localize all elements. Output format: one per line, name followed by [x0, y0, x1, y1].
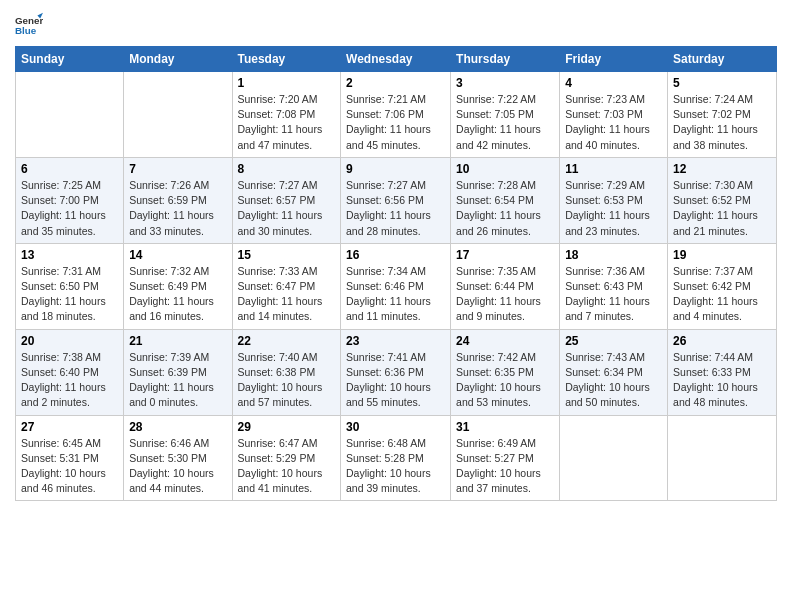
day-number: 26 [673, 334, 771, 348]
calendar-cell [560, 415, 668, 501]
header-cell-saturday: Saturday [668, 47, 777, 72]
day-number: 10 [456, 162, 554, 176]
day-number: 14 [129, 248, 226, 262]
day-info: Sunrise: 7:36 AMSunset: 6:43 PMDaylight:… [565, 264, 662, 325]
day-number: 9 [346, 162, 445, 176]
day-number: 22 [238, 334, 336, 348]
header-cell-friday: Friday [560, 47, 668, 72]
calendar-cell: 13Sunrise: 7:31 AMSunset: 6:50 PMDayligh… [16, 243, 124, 329]
calendar-cell: 6Sunrise: 7:25 AMSunset: 7:00 PMDaylight… [16, 157, 124, 243]
day-info: Sunrise: 7:30 AMSunset: 6:52 PMDaylight:… [673, 178, 771, 239]
calendar-cell: 19Sunrise: 7:37 AMSunset: 6:42 PMDayligh… [668, 243, 777, 329]
calendar-cell: 20Sunrise: 7:38 AMSunset: 6:40 PMDayligh… [16, 329, 124, 415]
week-row-5: 27Sunrise: 6:45 AMSunset: 5:31 PMDayligh… [16, 415, 777, 501]
header-cell-thursday: Thursday [451, 47, 560, 72]
calendar-cell: 23Sunrise: 7:41 AMSunset: 6:36 PMDayligh… [341, 329, 451, 415]
day-info: Sunrise: 7:42 AMSunset: 6:35 PMDaylight:… [456, 350, 554, 411]
day-number: 8 [238, 162, 336, 176]
calendar-cell: 15Sunrise: 7:33 AMSunset: 6:47 PMDayligh… [232, 243, 341, 329]
day-number: 25 [565, 334, 662, 348]
calendar-cell: 22Sunrise: 7:40 AMSunset: 6:38 PMDayligh… [232, 329, 341, 415]
day-info: Sunrise: 6:48 AMSunset: 5:28 PMDaylight:… [346, 436, 445, 497]
calendar-cell: 10Sunrise: 7:28 AMSunset: 6:54 PMDayligh… [451, 157, 560, 243]
day-number: 6 [21, 162, 118, 176]
day-number: 3 [456, 76, 554, 90]
day-number: 5 [673, 76, 771, 90]
calendar-cell: 4Sunrise: 7:23 AMSunset: 7:03 PMDaylight… [560, 72, 668, 158]
day-number: 16 [346, 248, 445, 262]
day-info: Sunrise: 7:32 AMSunset: 6:49 PMDaylight:… [129, 264, 226, 325]
day-info: Sunrise: 7:21 AMSunset: 7:06 PMDaylight:… [346, 92, 445, 153]
calendar-cell: 16Sunrise: 7:34 AMSunset: 6:46 PMDayligh… [341, 243, 451, 329]
calendar-cell [668, 415, 777, 501]
day-number: 21 [129, 334, 226, 348]
day-info: Sunrise: 7:27 AMSunset: 6:57 PMDaylight:… [238, 178, 336, 239]
calendar-cell: 27Sunrise: 6:45 AMSunset: 5:31 PMDayligh… [16, 415, 124, 501]
day-info: Sunrise: 7:29 AMSunset: 6:53 PMDaylight:… [565, 178, 662, 239]
calendar-cell: 24Sunrise: 7:42 AMSunset: 6:35 PMDayligh… [451, 329, 560, 415]
day-info: Sunrise: 7:38 AMSunset: 6:40 PMDaylight:… [21, 350, 118, 411]
day-number: 20 [21, 334, 118, 348]
calendar-cell: 30Sunrise: 6:48 AMSunset: 5:28 PMDayligh… [341, 415, 451, 501]
calendar-header-row: SundayMondayTuesdayWednesdayThursdayFrid… [16, 47, 777, 72]
day-info: Sunrise: 7:27 AMSunset: 6:56 PMDaylight:… [346, 178, 445, 239]
day-info: Sunrise: 7:37 AMSunset: 6:42 PMDaylight:… [673, 264, 771, 325]
day-info: Sunrise: 7:22 AMSunset: 7:05 PMDaylight:… [456, 92, 554, 153]
day-info: Sunrise: 7:28 AMSunset: 6:54 PMDaylight:… [456, 178, 554, 239]
logo: General Blue [15, 10, 47, 38]
day-info: Sunrise: 7:26 AMSunset: 6:59 PMDaylight:… [129, 178, 226, 239]
day-number: 29 [238, 420, 336, 434]
day-info: Sunrise: 7:23 AMSunset: 7:03 PMDaylight:… [565, 92, 662, 153]
logo-icon: General Blue [15, 10, 43, 38]
day-number: 2 [346, 76, 445, 90]
day-number: 30 [346, 420, 445, 434]
calendar-cell: 17Sunrise: 7:35 AMSunset: 6:44 PMDayligh… [451, 243, 560, 329]
header-cell-sunday: Sunday [16, 47, 124, 72]
calendar-cell [16, 72, 124, 158]
day-info: Sunrise: 6:47 AMSunset: 5:29 PMDaylight:… [238, 436, 336, 497]
calendar-cell: 28Sunrise: 6:46 AMSunset: 5:30 PMDayligh… [124, 415, 232, 501]
day-info: Sunrise: 7:33 AMSunset: 6:47 PMDaylight:… [238, 264, 336, 325]
calendar-cell: 11Sunrise: 7:29 AMSunset: 6:53 PMDayligh… [560, 157, 668, 243]
day-number: 7 [129, 162, 226, 176]
day-info: Sunrise: 7:31 AMSunset: 6:50 PMDaylight:… [21, 264, 118, 325]
calendar-cell: 3Sunrise: 7:22 AMSunset: 7:05 PMDaylight… [451, 72, 560, 158]
day-number: 24 [456, 334, 554, 348]
week-row-1: 1Sunrise: 7:20 AMSunset: 7:08 PMDaylight… [16, 72, 777, 158]
calendar-cell: 21Sunrise: 7:39 AMSunset: 6:39 PMDayligh… [124, 329, 232, 415]
week-row-4: 20Sunrise: 7:38 AMSunset: 6:40 PMDayligh… [16, 329, 777, 415]
week-row-2: 6Sunrise: 7:25 AMSunset: 7:00 PMDaylight… [16, 157, 777, 243]
week-row-3: 13Sunrise: 7:31 AMSunset: 6:50 PMDayligh… [16, 243, 777, 329]
day-info: Sunrise: 7:25 AMSunset: 7:00 PMDaylight:… [21, 178, 118, 239]
calendar-cell: 29Sunrise: 6:47 AMSunset: 5:29 PMDayligh… [232, 415, 341, 501]
day-info: Sunrise: 7:34 AMSunset: 6:46 PMDaylight:… [346, 264, 445, 325]
day-info: Sunrise: 6:49 AMSunset: 5:27 PMDaylight:… [456, 436, 554, 497]
day-info: Sunrise: 7:20 AMSunset: 7:08 PMDaylight:… [238, 92, 336, 153]
day-number: 23 [346, 334, 445, 348]
calendar-cell: 25Sunrise: 7:43 AMSunset: 6:34 PMDayligh… [560, 329, 668, 415]
day-number: 12 [673, 162, 771, 176]
day-number: 31 [456, 420, 554, 434]
header-cell-monday: Monday [124, 47, 232, 72]
day-info: Sunrise: 7:24 AMSunset: 7:02 PMDaylight:… [673, 92, 771, 153]
calendar-cell: 2Sunrise: 7:21 AMSunset: 7:06 PMDaylight… [341, 72, 451, 158]
svg-text:Blue: Blue [15, 25, 37, 36]
day-number: 19 [673, 248, 771, 262]
day-number: 15 [238, 248, 336, 262]
calendar-cell [124, 72, 232, 158]
calendar-cell: 9Sunrise: 7:27 AMSunset: 6:56 PMDaylight… [341, 157, 451, 243]
calendar-cell: 14Sunrise: 7:32 AMSunset: 6:49 PMDayligh… [124, 243, 232, 329]
calendar-cell: 8Sunrise: 7:27 AMSunset: 6:57 PMDaylight… [232, 157, 341, 243]
day-info: Sunrise: 7:35 AMSunset: 6:44 PMDaylight:… [456, 264, 554, 325]
day-number: 18 [565, 248, 662, 262]
day-number: 17 [456, 248, 554, 262]
calendar-cell: 31Sunrise: 6:49 AMSunset: 5:27 PMDayligh… [451, 415, 560, 501]
day-info: Sunrise: 6:46 AMSunset: 5:30 PMDaylight:… [129, 436, 226, 497]
day-info: Sunrise: 6:45 AMSunset: 5:31 PMDaylight:… [21, 436, 118, 497]
calendar-cell: 7Sunrise: 7:26 AMSunset: 6:59 PMDaylight… [124, 157, 232, 243]
day-number: 1 [238, 76, 336, 90]
calendar-cell: 26Sunrise: 7:44 AMSunset: 6:33 PMDayligh… [668, 329, 777, 415]
day-number: 11 [565, 162, 662, 176]
calendar-table: SundayMondayTuesdayWednesdayThursdayFrid… [15, 46, 777, 501]
day-info: Sunrise: 7:39 AMSunset: 6:39 PMDaylight:… [129, 350, 226, 411]
